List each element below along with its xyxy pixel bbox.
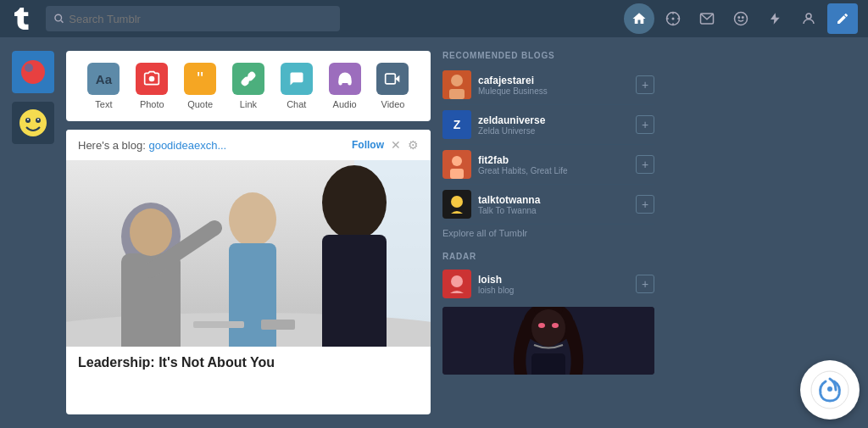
svg-point-17: [19, 109, 47, 136]
photo-label: Photo: [140, 99, 164, 109]
svg-point-33: [322, 165, 387, 240]
main-content: Aa Text Photo " Quote: [0, 37, 868, 428]
chat-label: Chat: [287, 99, 306, 109]
blog-desc: Muleque Business: [478, 86, 629, 96]
watermark: [800, 360, 860, 420]
add-blog-button[interactable]: +: [636, 155, 654, 174]
text-label: Text: [95, 99, 112, 109]
blog-image: [66, 160, 431, 347]
edit-nav-button[interactable]: [827, 3, 858, 34]
photo-icon: [136, 63, 168, 95]
blog-desc: Great Habits, Great Life: [478, 166, 629, 175]
blog-avatar-zelda: Z: [442, 110, 471, 139]
svg-rect-36: [193, 321, 244, 328]
quote-label: Quote: [187, 99, 213, 109]
svg-point-44: [452, 156, 462, 166]
radar-avatar-loish: [442, 270, 471, 298]
blog-name[interactable]: fit2fab: [478, 154, 629, 166]
smile-nav-button[interactable]: [726, 3, 756, 34]
avatar-1[interactable]: [12, 51, 54, 93]
video-icon: [376, 63, 409, 95]
search-input[interactable]: [69, 13, 331, 25]
svg-point-30: [130, 208, 172, 256]
add-radar-blog-button[interactable]: +: [636, 275, 654, 293]
blog-name[interactable]: cafajestarei: [478, 75, 629, 86]
svg-point-47: [451, 196, 463, 208]
svg-rect-34: [322, 235, 387, 347]
radar-blog-name[interactable]: loish: [478, 274, 629, 286]
blog-desc: Talk To Twanna: [478, 206, 629, 215]
blog-avatar-talktotwanna: [442, 190, 471, 219]
list-item: cafajestarei Muleque Business +: [442, 65, 654, 105]
add-blog-button[interactable]: +: [636, 75, 654, 94]
svg-rect-40: [449, 89, 465, 99]
svg-point-57: [827, 386, 832, 392]
home-nav-button[interactable]: [624, 3, 654, 34]
nav-icons: [624, 3, 858, 34]
post-type-chat[interactable]: Chat: [277, 63, 316, 109]
blog-name[interactable]: talktotwanna: [478, 194, 629, 206]
radar-blog-desc: loish blog: [478, 286, 629, 295]
svg-point-31: [229, 192, 276, 247]
post-type-quote[interactable]: " Quote: [181, 63, 220, 109]
explore-all-link[interactable]: Explore all of Tumblr: [442, 228, 654, 238]
radar-blog-item: loish loish blog +: [442, 266, 654, 302]
video-label: Video: [381, 99, 405, 109]
post-type-text[interactable]: Aa Text: [84, 63, 123, 109]
post-type-audio[interactable]: Audio: [326, 63, 364, 109]
svg-point-39: [451, 75, 463, 86]
svg-point-52: [531, 309, 565, 347]
blog-name[interactable]: zeldauniverse: [478, 114, 629, 126]
recommended-section-title: RECOMMENDED BLOGS: [442, 51, 654, 60]
audio-icon: [329, 63, 361, 95]
svg-point-49: [451, 275, 463, 287]
right-sidebar: RECOMMENDED BLOGS cafajestarei Muleque B…: [442, 51, 654, 414]
blog-avatar-fit2fab: [442, 150, 471, 179]
svg-rect-23: [386, 74, 396, 84]
svg-point-14: [21, 60, 45, 84]
close-card-button[interactable]: ✕: [391, 138, 401, 152]
follow-button[interactable]: Follow: [352, 139, 384, 151]
tumblr-logo[interactable]: [10, 6, 36, 31]
svg-rect-55: [531, 353, 565, 375]
svg-point-11: [743, 17, 744, 19]
explore-nav-button[interactable]: [658, 3, 688, 34]
post-type-link[interactable]: Link: [229, 63, 268, 109]
blog-info: talktotwanna Talk To Twanna: [478, 194, 629, 215]
svg-point-53: [538, 323, 545, 328]
post-type-photo[interactable]: Photo: [132, 63, 171, 109]
svg-point-10: [738, 17, 740, 19]
svg-point-54: [552, 323, 559, 328]
radar-image: [442, 307, 654, 375]
add-blog-button[interactable]: +: [636, 195, 654, 214]
add-blog-button[interactable]: +: [636, 115, 654, 134]
profile-nav-button[interactable]: [793, 3, 824, 34]
settings-card-button[interactable]: ⚙: [408, 138, 419, 152]
svg-point-0: [55, 14, 62, 21]
post-type-video[interactable]: Video: [373, 63, 412, 109]
svg-point-12: [806, 14, 811, 19]
svg-point-3: [672, 18, 675, 20]
top-navigation: [0, 0, 868, 37]
center-content: Aa Text Photo " Quote: [66, 51, 431, 414]
link-label: Link: [240, 99, 257, 109]
avatar-2[interactable]: [12, 102, 54, 144]
svg-line-1: [61, 20, 63, 22]
mail-nav-button[interactable]: [692, 3, 722, 34]
left-sidebar: [12, 51, 54, 414]
radar-blog-info: loish loish blog: [478, 274, 629, 295]
blog-desc: Zelda Universe: [478, 126, 629, 136]
blog-info: cafajestarei Muleque Business: [478, 75, 629, 96]
search-bar[interactable]: [46, 6, 340, 31]
bolt-nav-button[interactable]: [760, 3, 790, 34]
post-type-bar: Aa Text Photo " Quote: [66, 51, 431, 121]
list-item: fit2fab Great Habits, Great Life +: [442, 145, 654, 185]
svg-point-22: [149, 76, 155, 82]
svg-rect-45: [450, 169, 464, 179]
blog-url[interactable]: goodideaexch...: [148, 139, 226, 152]
blog-title: Leadership: It's Not About You: [66, 347, 431, 379]
list-item: talktotwanna Talk To Twanna +: [442, 185, 654, 225]
list-item: Z zeldauniverse Zelda Universe +: [442, 105, 654, 145]
quote-icon: ": [184, 63, 216, 95]
recommended-blogs-section: RECOMMENDED BLOGS cafajestarei Muleque B…: [442, 51, 654, 238]
